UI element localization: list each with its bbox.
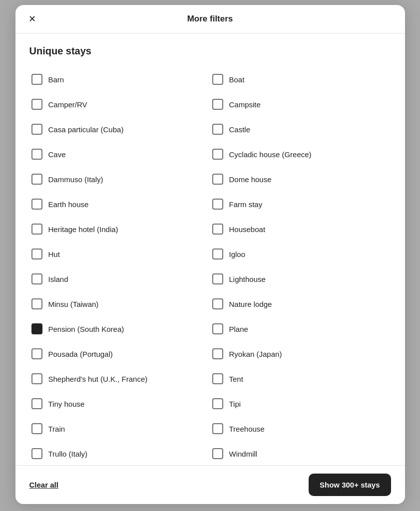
checkbox-casa_particular[interactable] xyxy=(31,124,42,135)
checkbox-label-minsu: Minsu (Taiwan) xyxy=(48,300,99,308)
checkbox-item-tipi[interactable]: Tipi xyxy=(210,391,391,416)
checkbox-label-cycladic_house: Cycladic house (Greece) xyxy=(229,150,312,159)
checkbox-earth_house[interactable] xyxy=(31,199,42,210)
checkbox-item-cave[interactable]: Cave xyxy=(29,142,210,167)
checkbox-item-lighthouse[interactable]: Lighthouse xyxy=(210,266,391,291)
checkbox-tipi[interactable] xyxy=(212,398,223,409)
checkbox-label-casa_particular: Casa particular (Cuba) xyxy=(48,125,124,134)
checkbox-item-farm_stay[interactable]: Farm stay xyxy=(210,192,391,217)
checkbox-boat[interactable] xyxy=(212,74,223,85)
checkbox-item-train[interactable]: Train xyxy=(29,416,210,441)
checkbox-label-earth_house: Earth house xyxy=(48,200,89,209)
checkbox-label-camper_rv: Camper/RV xyxy=(48,100,87,109)
checkbox-item-boat[interactable]: Boat xyxy=(210,67,391,92)
checkbox-minsu[interactable] xyxy=(31,298,42,309)
checkbox-farm_stay[interactable] xyxy=(212,199,223,210)
checkbox-heritage_hotel[interactable] xyxy=(31,224,42,235)
modal-header: ✕ More filters xyxy=(15,5,405,33)
checkbox-item-earth_house[interactable]: Earth house xyxy=(29,192,210,217)
checkbox-item-pension[interactable]: Pension (South Korea) xyxy=(29,316,210,341)
checkbox-label-heritage_hotel: Heritage hotel (India) xyxy=(48,225,118,234)
checkbox-label-igloo: Igloo xyxy=(229,250,246,258)
show-stays-button[interactable]: Show 300+ stays xyxy=(309,474,391,496)
checkbox-dome_house[interactable] xyxy=(212,174,223,185)
checkbox-dammuso[interactable] xyxy=(31,174,42,185)
checkbox-item-plane[interactable]: Plane xyxy=(210,316,391,341)
checkbox-item-dammuso[interactable]: Dammuso (Italy) xyxy=(29,167,210,192)
close-button[interactable]: ✕ xyxy=(24,11,40,27)
checkbox-item-nature_lodge[interactable]: Nature lodge xyxy=(210,291,391,316)
checkbox-lighthouse[interactable] xyxy=(212,273,223,284)
checkbox-item-dome_house[interactable]: Dome house xyxy=(210,167,391,192)
modal-title: More filters xyxy=(187,14,233,24)
checkbox-grid: BarnBoatCamper/RVCampsiteCasa particular… xyxy=(29,67,391,465)
checkbox-label-shepherds_hut: Shepherd's hut (U.K., France) xyxy=(48,375,148,383)
checkbox-windmill[interactable] xyxy=(212,448,223,459)
checkbox-label-tent: Tent xyxy=(229,375,243,383)
checkbox-label-plane: Plane xyxy=(229,325,248,333)
checkbox-houseboat[interactable] xyxy=(212,224,223,235)
checkbox-item-ryokan[interactable]: Ryokan (Japan) xyxy=(210,341,391,366)
checkbox-item-minsu[interactable]: Minsu (Taiwan) xyxy=(29,291,210,316)
checkbox-label-houseboat: Houseboat xyxy=(229,225,266,234)
checkbox-label-treehouse: Treehouse xyxy=(229,425,265,433)
section-title: Unique stays xyxy=(29,45,391,57)
checkbox-item-campsite[interactable]: Campsite xyxy=(210,92,391,117)
checkbox-item-cycladic_house[interactable]: Cycladic house (Greece) xyxy=(210,142,391,167)
checkbox-pension[interactable] xyxy=(31,323,42,334)
modal-overlay: ✕ More filters Unique stays BarnBoatCamp… xyxy=(0,0,420,511)
checkbox-nature_lodge[interactable] xyxy=(212,298,223,309)
checkbox-island[interactable] xyxy=(31,273,42,284)
checkbox-item-windmill[interactable]: Windmill xyxy=(210,441,391,465)
checkbox-label-trullo: Trullo (Italy) xyxy=(48,450,88,458)
checkbox-item-casa_particular[interactable]: Casa particular (Cuba) xyxy=(29,117,210,142)
checkbox-label-island: Island xyxy=(48,275,68,283)
checkbox-item-tent[interactable]: Tent xyxy=(210,366,391,391)
checkbox-cave[interactable] xyxy=(31,149,42,160)
checkbox-label-train: Train xyxy=(48,425,65,433)
checkbox-tiny_house[interactable] xyxy=(31,398,42,409)
checkbox-treehouse[interactable] xyxy=(212,423,223,434)
clear-all-button[interactable]: Clear all xyxy=(29,481,58,489)
checkbox-label-dammuso: Dammuso (Italy) xyxy=(48,175,103,184)
checkbox-label-tipi: Tipi xyxy=(229,400,241,408)
checkbox-ryokan[interactable] xyxy=(212,348,223,359)
checkbox-item-camper_rv[interactable]: Camper/RV xyxy=(29,92,210,117)
checkbox-camper_rv[interactable] xyxy=(31,99,42,110)
checkbox-campsite[interactable] xyxy=(212,99,223,110)
checkbox-igloo[interactable] xyxy=(212,249,223,259)
checkbox-trullo[interactable] xyxy=(31,448,42,459)
checkbox-item-houseboat[interactable]: Houseboat xyxy=(210,217,391,242)
checkbox-item-tiny_house[interactable]: Tiny house xyxy=(29,391,210,416)
checkbox-label-cave: Cave xyxy=(48,150,66,159)
checkbox-plane[interactable] xyxy=(212,323,223,334)
checkbox-item-castle[interactable]: Castle xyxy=(210,117,391,142)
checkbox-label-pousada: Pousada (Portugal) xyxy=(48,350,113,358)
modal-footer: Clear all Show 300+ stays xyxy=(15,465,405,504)
checkbox-label-lighthouse: Lighthouse xyxy=(229,275,266,283)
checkbox-cycladic_house[interactable] xyxy=(212,149,223,160)
checkbox-item-pousada[interactable]: Pousada (Portugal) xyxy=(29,341,210,366)
checkbox-tent[interactable] xyxy=(212,373,223,384)
checkbox-label-boat: Boat xyxy=(229,75,245,84)
checkbox-hut[interactable] xyxy=(31,249,42,259)
checkbox-pousada[interactable] xyxy=(31,348,42,359)
checkbox-barn[interactable] xyxy=(31,74,42,85)
checkbox-item-shepherds_hut[interactable]: Shepherd's hut (U.K., France) xyxy=(29,366,210,391)
checkbox-label-ryokan: Ryokan (Japan) xyxy=(229,350,282,358)
checkbox-castle[interactable] xyxy=(212,124,223,135)
checkbox-label-nature_lodge: Nature lodge xyxy=(229,300,272,308)
checkbox-shepherds_hut[interactable] xyxy=(31,373,42,384)
checkbox-item-island[interactable]: Island xyxy=(29,266,210,291)
checkbox-item-trullo[interactable]: Trullo (Italy) xyxy=(29,441,210,465)
checkbox-item-barn[interactable]: Barn xyxy=(29,67,210,92)
checkbox-label-campsite: Campsite xyxy=(229,100,261,109)
checkbox-item-heritage_hotel[interactable]: Heritage hotel (India) xyxy=(29,217,210,242)
checkbox-item-hut[interactable]: Hut xyxy=(29,242,210,266)
checkbox-label-windmill: Windmill xyxy=(229,450,258,458)
checkbox-item-treehouse[interactable]: Treehouse xyxy=(210,416,391,441)
checkbox-label-farm_stay: Farm stay xyxy=(229,200,263,209)
checkbox-label-dome_house: Dome house xyxy=(229,175,272,184)
checkbox-item-igloo[interactable]: Igloo xyxy=(210,242,391,266)
checkbox-train[interactable] xyxy=(31,423,42,434)
